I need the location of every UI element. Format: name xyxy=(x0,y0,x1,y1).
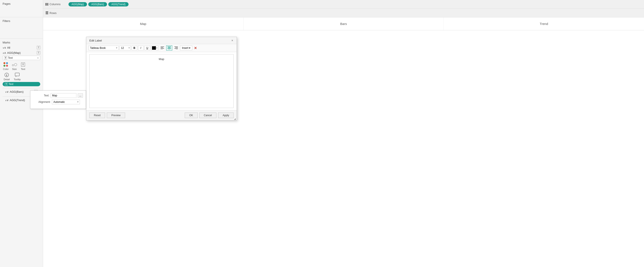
marks-text-dropdown-arrow: ∨ xyxy=(37,57,39,59)
columns-pills: AGG(Map) AGG(Bars) AGG(Trend) xyxy=(68,2,128,6)
marks-all-label: All xyxy=(7,46,10,49)
color-picker-button[interactable]: ▾ xyxy=(151,46,158,50)
dialog-edit-area[interactable]: Map xyxy=(89,54,234,108)
text-pill[interactable]: T Text xyxy=(2,82,40,86)
rows-text: Rows xyxy=(50,11,57,15)
dialog-toolbar: Tableau Book Arial Verdana 8 10 12 14 16 xyxy=(86,44,237,52)
align-center-icon xyxy=(168,46,171,49)
size-circle-large xyxy=(14,63,17,66)
svg-rect-13 xyxy=(160,48,164,49)
svg-rect-21 xyxy=(174,48,178,49)
dialog-close-button[interactable]: × xyxy=(231,39,234,42)
svg-rect-2 xyxy=(6,75,7,76)
svg-rect-22 xyxy=(176,49,178,49)
resize-handle[interactable]: ◢ xyxy=(234,118,237,120)
svg-rect-7 xyxy=(48,3,48,5)
columns-pill-bars[interactable]: AGG(Bars) xyxy=(88,2,107,6)
columns-icon xyxy=(45,2,49,6)
view-col-map: Map xyxy=(43,17,244,30)
pages-label: Pages xyxy=(2,2,40,5)
view-col-bars: Bars xyxy=(244,17,444,30)
marks-agg-map-header: ∧ AGG(Map) T xyxy=(2,51,40,54)
sidebar: Pages Filters Marks ∨ All T ∧ AGG(Map) xyxy=(0,0,43,267)
dialog-footer: Reset Preview OK Cancel Apply xyxy=(86,110,237,120)
svg-rect-18 xyxy=(168,49,170,49)
marks-all-type-icon: T xyxy=(37,46,40,49)
text-label: Text xyxy=(21,68,25,70)
color-icon xyxy=(2,62,9,67)
font-family-wrap: Tableau Book Arial Verdana xyxy=(88,46,119,50)
ok-button[interactable]: OK xyxy=(185,113,198,118)
footer-right-buttons: OK Cancel Apply xyxy=(185,113,234,118)
dialog-body-text: Map xyxy=(159,57,164,61)
color-dots xyxy=(4,62,8,67)
align-right-button[interactable] xyxy=(173,45,179,50)
filters-section: Filters xyxy=(0,17,43,39)
tooltip-button[interactable]: Tooltip xyxy=(14,72,21,81)
svg-rect-17 xyxy=(168,48,171,49)
cancel-button[interactable]: Cancel xyxy=(200,113,216,118)
footer-left-buttons: Reset Preview xyxy=(89,113,125,118)
color-mark-button[interactable]: Color xyxy=(2,62,9,70)
text-mark-button[interactable]: T Text xyxy=(20,62,26,70)
marks-all-group: ∨ All T xyxy=(2,46,40,49)
marks-title: Marks xyxy=(2,41,40,44)
rows-label: Rows xyxy=(45,11,67,15)
align-right-icon xyxy=(174,46,178,49)
align-center-button[interactable] xyxy=(166,45,172,50)
preview-button[interactable]: Preview xyxy=(107,113,125,118)
underline-button[interactable]: U xyxy=(144,46,150,50)
size-mark-button[interactable]: Size xyxy=(11,62,18,70)
pages-section: Pages xyxy=(0,0,43,17)
chevron-down-icon: ∨ xyxy=(2,46,6,49)
marks-agg-map-label: AGG(Map) xyxy=(7,51,21,54)
toolbar: Columns AGG(Map) AGG(Bars) AGG(Trend) Ro… xyxy=(43,0,644,17)
text-mark-icon: T xyxy=(20,62,26,67)
main-content: Columns AGG(Map) AGG(Bars) AGG(Trend) Ro… xyxy=(43,0,644,267)
columns-pill-map[interactable]: AGG(Map) xyxy=(68,2,87,6)
chevron-up-icon: ∧ xyxy=(2,51,6,54)
text-pill-icon: T xyxy=(5,83,8,86)
dot1 xyxy=(4,62,6,64)
font-family-select[interactable]: Tableau Book Arial Verdana xyxy=(88,46,119,50)
align-left-button[interactable] xyxy=(159,45,165,50)
dialog-titlebar: Edit Label × xyxy=(86,37,237,44)
marks-agg-bars-item[interactable]: ∨ AGG(Bars) xyxy=(5,90,24,93)
reset-button[interactable]: Reset xyxy=(89,113,105,118)
insert-button[interactable]: Insert ▾ xyxy=(180,46,192,50)
clear-button[interactable]: ✕ xyxy=(193,46,198,50)
svg-rect-16 xyxy=(168,47,170,48)
marks-text-dropdown-label: Text xyxy=(8,56,13,59)
view-header: Map Bars Trend xyxy=(43,17,644,30)
text-box-icon: T xyxy=(21,63,25,66)
italic-button[interactable]: I xyxy=(138,46,144,50)
insert-arrow: ▾ xyxy=(189,46,190,49)
size-icon xyxy=(11,62,18,67)
svg-point-1 xyxy=(6,74,7,74)
marks-icons-row: Color Size T T xyxy=(2,62,40,70)
dialog-overlay: Edit Label × Tableau Book Arial Verdana xyxy=(43,30,644,267)
marks-agg-bars-label: AGG(Bars) xyxy=(10,90,24,93)
tooltip-label: Tooltip xyxy=(14,78,21,81)
marks-all-header: ∨ All T xyxy=(2,46,40,49)
columns-row: Columns AGG(Map) AGG(Bars) AGG(Trend) xyxy=(43,0,644,8)
marks-agg-map-item[interactable]: ∧ AGG(Map) xyxy=(2,51,21,54)
size-circles xyxy=(12,63,17,66)
font-size-select[interactable]: 8 10 12 14 16 18 xyxy=(120,46,131,50)
svg-rect-8 xyxy=(46,11,48,12)
insert-label: Insert xyxy=(182,46,188,49)
marks-agg-map-type-icon: T xyxy=(37,51,40,54)
bold-button[interactable]: B xyxy=(132,46,137,50)
svg-rect-14 xyxy=(160,49,163,49)
marks-agg-trend-item[interactable]: ∨ AGG(Trend) xyxy=(5,99,25,102)
svg-rect-9 xyxy=(46,12,48,13)
dialog-body: Map xyxy=(86,52,237,110)
marks-all-item[interactable]: ∨ All xyxy=(2,46,10,49)
detail-button[interactable]: Detail xyxy=(4,72,10,81)
marks-text-dropdown[interactable]: T Text ∨ xyxy=(2,56,40,60)
apply-button[interactable]: Apply xyxy=(218,113,234,118)
font-size-wrap: 8 10 12 14 16 18 xyxy=(120,46,131,50)
svg-rect-11 xyxy=(160,46,164,47)
view-col-trend: Trend xyxy=(444,17,644,30)
columns-pill-trend[interactable]: AGG(Trend) xyxy=(108,2,128,6)
